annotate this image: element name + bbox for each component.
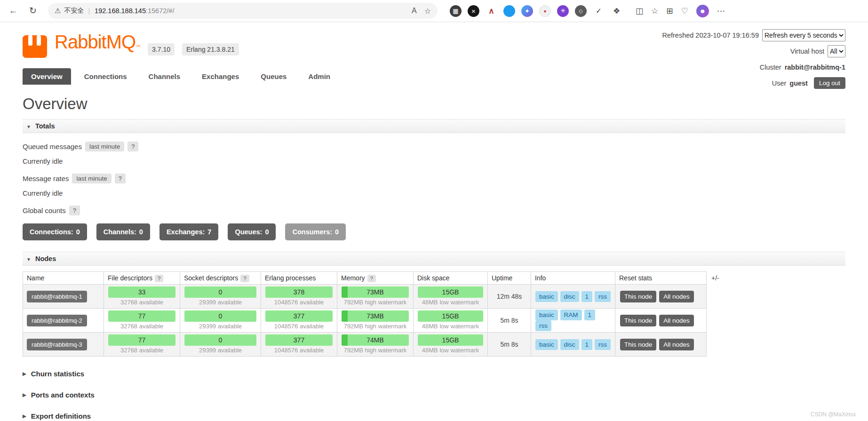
- col-erlang-processes: Erlang processes: [261, 272, 337, 285]
- channels-counter[interactable]: Channels:0: [96, 223, 150, 240]
- message-rates-status: Currently idle: [23, 190, 845, 197]
- disk-usage-bar: 15GB: [418, 310, 483, 322]
- user-label: User: [772, 79, 787, 87]
- node-uptime: 5m 8s: [488, 309, 531, 333]
- socket-available: 29399 available: [182, 322, 259, 331]
- socket-usage-bar: 0: [184, 310, 256, 322]
- url-path[interactable]: :15672/#/: [146, 7, 174, 15]
- virtual-host-select[interactable]: All: [828, 45, 845, 57]
- info-badge: RAM: [560, 310, 582, 320]
- reset-this-node-button[interactable]: This node: [620, 339, 656, 350]
- favorites-icon[interactable]: ☆: [651, 6, 658, 16]
- queued-messages-help[interactable]: ?: [127, 142, 138, 151]
- connections-counter[interactable]: Connections:0: [23, 223, 87, 240]
- tab-exchanges[interactable]: Exchanges: [193, 68, 247, 85]
- browser-essentials-icon[interactable]: ♡: [681, 6, 688, 16]
- not-secure-warning-icon[interactable]: ⚠: [55, 7, 61, 15]
- nodes-section-header[interactable]: ▼Nodes: [23, 252, 845, 266]
- queued-messages-window-pill[interactable]: last minute: [85, 142, 124, 151]
- memory-help[interactable]: ?: [367, 275, 376, 282]
- flower-extension-icon[interactable]: ✳: [557, 5, 569, 17]
- queued-messages-status: Currently idle: [23, 158, 845, 165]
- check-extension-icon[interactable]: ✓: [593, 5, 605, 17]
- refresh-interval-select[interactable]: Refresh every 5 seconds: [762, 29, 845, 41]
- profile-avatar[interactable]: ☻: [696, 5, 709, 17]
- favorite-star-icon[interactable]: ☆: [424, 7, 431, 16]
- settings-menu-icon[interactable]: ⋯: [717, 6, 725, 16]
- tab-queues[interactable]: Queues: [252, 68, 295, 85]
- global-counts-help[interactable]: ?: [69, 206, 80, 215]
- process-available: 1048576 available: [263, 346, 335, 355]
- tab-channels[interactable]: Channels: [140, 68, 189, 85]
- split-screen-icon[interactable]: ◫: [636, 6, 643, 16]
- ports-and-contexts-section[interactable]: ▶Ports and contexts: [23, 391, 845, 399]
- memory-usage-bar: 73MB: [342, 310, 409, 322]
- kite-extension-icon[interactable]: ✦: [521, 5, 533, 17]
- reset-this-node-button[interactable]: This node: [620, 291, 656, 302]
- queues-counter[interactable]: Queues:0: [228, 223, 276, 240]
- info-badge: disc: [560, 291, 579, 302]
- exchanges-counter[interactable]: Exchanges:7: [159, 223, 218, 240]
- memory-watermark: 792MB high watermark: [339, 322, 411, 331]
- node-name-badge[interactable]: rabbit@rabbitmq-3: [27, 339, 87, 350]
- logout-button[interactable]: Log out: [814, 77, 845, 89]
- reset-stats-cell: This nodeAll nodes: [615, 285, 707, 309]
- back-icon[interactable]: ←: [5, 3, 22, 19]
- column-picker[interactable]: +/-: [711, 274, 719, 282]
- file-descriptors-help[interactable]: ?: [155, 275, 163, 282]
- tab-admin[interactable]: Admin: [300, 68, 339, 85]
- col-name: Name: [23, 272, 104, 285]
- col-socket-descriptors: Socket descriptors?: [180, 272, 261, 285]
- rabbitmq-logo-icon: [23, 35, 47, 58]
- read-aloud-icon[interactable]: A: [412, 7, 417, 15]
- node-name-badge[interactable]: rabbit@rabbitmq-1: [27, 291, 87, 302]
- node-row: rabbit@rabbitmq-1 3332768 available 0293…: [23, 285, 707, 309]
- erlang-version-badge: Erlang 21.3.8.21: [182, 43, 239, 56]
- rabbitmq-page: Refreshed 2023-10-07 19:16:59 Refresh ev…: [0, 22, 868, 420]
- nodes-table: Name File descriptors? Socket descriptor…: [23, 271, 707, 357]
- disk-usage-bar: 15GB: [418, 334, 483, 346]
- reset-this-node-button[interactable]: This node: [620, 315, 656, 326]
- not-secure-label[interactable]: 不安全: [64, 7, 84, 15]
- record-extension-icon[interactable]: ●: [539, 5, 551, 17]
- collections-icon[interactable]: ⊞: [666, 6, 673, 16]
- cluster-label: Cluster: [760, 64, 781, 71]
- pattern-extension-icon[interactable]: ◇: [575, 5, 587, 17]
- cluster-name: rabbit@rabbitmq-1: [785, 64, 845, 71]
- close-extension-icon[interactable]: ×: [468, 5, 479, 17]
- churn-statistics-section[interactable]: ▶Churn statistics: [23, 370, 845, 378]
- tab-overview[interactable]: Overview: [23, 68, 71, 85]
- info-badge: disc: [560, 339, 579, 350]
- export-definitions-section[interactable]: ▶Export definitions: [23, 412, 845, 420]
- caret-extension-icon[interactable]: ∧: [486, 5, 497, 17]
- grid-extension-icon[interactable]: ▦: [450, 5, 462, 17]
- reset-all-nodes-button[interactable]: All nodes: [659, 339, 694, 350]
- socket-descriptors-help[interactable]: ?: [240, 275, 249, 282]
- address-bar[interactable]: ⚠ 不安全 | 192.168.188.145 :15672/#/ A ☆: [48, 3, 438, 19]
- process-available: 1048576 available: [263, 322, 335, 331]
- message-rates-help[interactable]: ?: [115, 174, 126, 183]
- socket-available: 29399 available: [182, 298, 259, 307]
- bird-extension-icon[interactable]: [503, 5, 515, 17]
- refreshed-timestamp: Refreshed 2023-10-07 19:16:59: [662, 32, 759, 39]
- reset-all-nodes-button[interactable]: All nodes: [659, 291, 694, 302]
- collapse-triangle-icon: ▼: [26, 120, 31, 134]
- reset-all-nodes-button[interactable]: All nodes: [659, 315, 694, 326]
- socket-usage-bar: 0: [184, 286, 256, 298]
- expand-triangle-icon: ▶: [23, 371, 26, 376]
- totals-section-header[interactable]: ▼Totals: [23, 119, 845, 133]
- queued-messages-line: Queued messages last minute ?: [23, 142, 845, 151]
- message-rates-window-pill[interactable]: last minute: [72, 174, 111, 183]
- memory-watermark: 792MB high watermark: [339, 346, 411, 355]
- info-badge: basic: [535, 339, 558, 350]
- puzzle-extension-icon[interactable]: ❖: [611, 5, 622, 17]
- process-usage-bar: 377: [265, 310, 333, 322]
- fd-available: 32768 available: [106, 298, 178, 307]
- node-name-badge[interactable]: rabbit@rabbitmq-2: [27, 315, 87, 326]
- refresh-icon[interactable]: ↻: [24, 3, 41, 19]
- tab-connections[interactable]: Connections: [76, 68, 135, 85]
- info-badge: rss: [595, 339, 611, 350]
- url-host[interactable]: 192.168.188.145: [95, 7, 146, 15]
- global-counts-line: Global counts ?: [23, 206, 845, 215]
- info-badge: 1: [581, 291, 593, 302]
